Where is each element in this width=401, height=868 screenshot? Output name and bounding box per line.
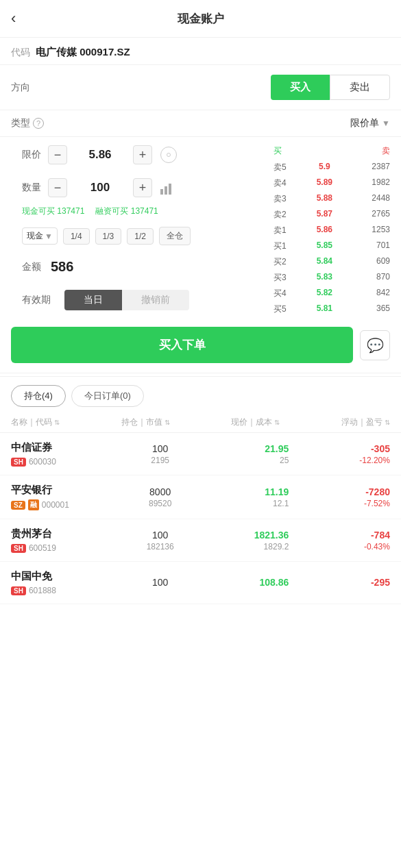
quantity-value[interactable]: 100: [73, 181, 127, 195]
price-current: 21.95: [265, 443, 289, 454]
holding-mktval: 2195: [151, 456, 169, 465]
ob-price[interactable]: 5.88: [317, 193, 332, 205]
holding-qty: 100: [152, 530, 168, 541]
holding-row[interactable]: 中国中免 SH 601888 100 108.86 -295: [0, 562, 401, 604]
sell-button[interactable]: 卖出: [330, 75, 390, 100]
holding-code-badge: SZ 融 000001: [11, 499, 80, 510]
holding-price: 1821.36 1829.2: [241, 530, 289, 551]
holding-pnl: -295: [342, 577, 390, 589]
quantity-label: 数量: [22, 182, 42, 194]
ob-level: 买5: [274, 303, 287, 315]
target-icon[interactable]: [160, 147, 177, 163]
ob-price[interactable]: 5.82: [317, 288, 332, 299]
validity-label: 有效期: [22, 294, 51, 306]
preset-full-button[interactable]: 全仓: [159, 227, 191, 245]
buy-button[interactable]: 买入: [271, 75, 330, 100]
sort-icon-pnl[interactable]: ⇅: [385, 419, 390, 426]
price-current: 11.19: [265, 486, 289, 497]
pnl-abs: -7280: [365, 486, 390, 497]
header: ‹ 现金账户: [0, 0, 401, 38]
ob-level: 买3: [274, 272, 287, 284]
holding-name: 平安银行: [11, 484, 80, 497]
validity-cancel-button[interactable]: 撤销前: [122, 290, 189, 310]
ob-price[interactable]: 5.86: [317, 225, 332, 236]
holding-name: 中信证券: [11, 441, 80, 454]
ob-vol: 2765: [363, 209, 390, 221]
orderbook-row: 卖2 5.87 2765: [271, 207, 393, 223]
validity-today-button[interactable]: 当日: [64, 290, 122, 310]
orderbook-row: 买3 5.83 870: [271, 270, 393, 286]
amount-value: 586: [51, 259, 73, 275]
orderbook-row: 买1 5.85 701: [271, 238, 393, 254]
holding-mktval: 182136: [147, 542, 174, 551]
tab-orders[interactable]: 今日订单(0): [71, 385, 144, 407]
price-row: 限价 − 5.86 +: [11, 137, 260, 173]
ob-price[interactable]: 5.9: [319, 162, 330, 173]
preset-third-button[interactable]: 1/3: [95, 228, 122, 245]
ob-vol: 365: [363, 303, 390, 315]
message-button[interactable]: 💬: [360, 330, 390, 360]
price-cost: 25: [280, 456, 289, 465]
holding-row[interactable]: 平安银行 SZ 融 000001 8000 89520 11.19 12.1 -…: [0, 475, 401, 519]
price-cost: 1829.2: [264, 542, 289, 551]
sort-icon-price[interactable]: ⇅: [274, 419, 280, 426]
order-button-row: 买入下单 💬: [0, 320, 401, 370]
holding-qty: 100: [152, 443, 168, 454]
stock-name-code[interactable]: 电广传媒 000917.SZ: [36, 46, 130, 59]
orderbook-header: 买 卖: [271, 145, 393, 157]
amount-label: 金额: [22, 261, 42, 273]
holding-row[interactable]: 中信证券 SH 600030 100 2195 21.95 25 -305 -1…: [0, 433, 401, 475]
ob-vol: 1982: [363, 177, 390, 189]
holdings-list: 中信证券 SH 600030 100 2195 21.95 25 -305 -1…: [0, 433, 401, 604]
ob-level: 买2: [274, 256, 287, 268]
ob-price[interactable]: 5.81: [317, 303, 332, 315]
holding-code-badge: SH 600030: [11, 457, 80, 467]
direction-label: 方向: [11, 82, 30, 94]
ob-vol: 870: [363, 272, 390, 284]
price-decrease-button[interactable]: −: [48, 145, 67, 164]
cash-type-selector[interactable]: 现金 ▼: [22, 227, 58, 245]
preset-half-button[interactable]: 1/2: [127, 228, 154, 245]
qty-increase-button[interactable]: +: [133, 178, 152, 197]
back-button[interactable]: ‹: [11, 10, 16, 27]
ob-price[interactable]: 5.84: [317, 256, 332, 268]
cash-chevron-icon: ▼: [45, 232, 53, 241]
price-value[interactable]: 5.86: [73, 148, 127, 162]
ob-price[interactable]: 5.89: [317, 177, 332, 189]
tab-holdings[interactable]: 持仓(4): [11, 385, 66, 407]
holding-mid: 100 2195: [133, 443, 188, 465]
price-increase-button[interactable]: +: [133, 145, 152, 164]
sort-icon-name[interactable]: ⇅: [54, 419, 60, 426]
orderbook-rows: 卖5 5.9 2387 卖4 5.89 1982 卖3 5.88 2448 卖2…: [271, 160, 393, 317]
holding-mid: 100: [133, 577, 188, 589]
margin-available: 融资可买 137471: [95, 206, 158, 217]
holding-pnl: -305 -12.20%: [342, 443, 390, 465]
submit-order-button[interactable]: 买入下单: [11, 327, 353, 363]
pnl-pct: -0.43%: [364, 542, 390, 551]
quantity-row: 数量 − 100 +: [11, 173, 260, 203]
exchange-badge: SZ: [11, 501, 25, 510]
holding-qty: 8000: [149, 486, 171, 497]
holding-code-badge: SH 601888: [11, 586, 80, 595]
price-label: 限价: [22, 149, 42, 161]
left-panel: 限价 − 5.86 + 数量 − 100 + 现金可买 137471: [0, 137, 271, 320]
ob-vol: 701: [363, 240, 390, 252]
preset-quarter-button[interactable]: 1/4: [63, 228, 90, 245]
holding-mktval: 89520: [149, 499, 171, 508]
chart-icon[interactable]: [160, 181, 174, 195]
ob-level: 卖4: [274, 177, 287, 189]
holding-left: 贵州茅台 SH 600519: [11, 528, 80, 553]
type-help-icon[interactable]: ?: [33, 118, 44, 129]
orderbook-row: 卖3 5.88 2448: [271, 191, 393, 207]
ob-price[interactable]: 5.85: [317, 240, 332, 252]
holding-row[interactable]: 贵州茅台 SH 600519 100 182136 1821.36 1829.2…: [0, 519, 401, 562]
type-selector[interactable]: 限价单 ▼: [350, 117, 390, 129]
sort-icon-qty[interactable]: ⇅: [165, 419, 170, 426]
validity-row: 有效期 当日 撤销前: [11, 282, 260, 320]
orderbook-row: 卖5 5.9 2387: [271, 160, 393, 175]
ob-vol: 2448: [363, 193, 390, 205]
ob-price[interactable]: 5.83: [317, 272, 332, 284]
ob-price[interactable]: 5.87: [317, 209, 332, 221]
qty-decrease-button[interactable]: −: [48, 178, 67, 197]
ob-vol: 2387: [363, 162, 390, 173]
